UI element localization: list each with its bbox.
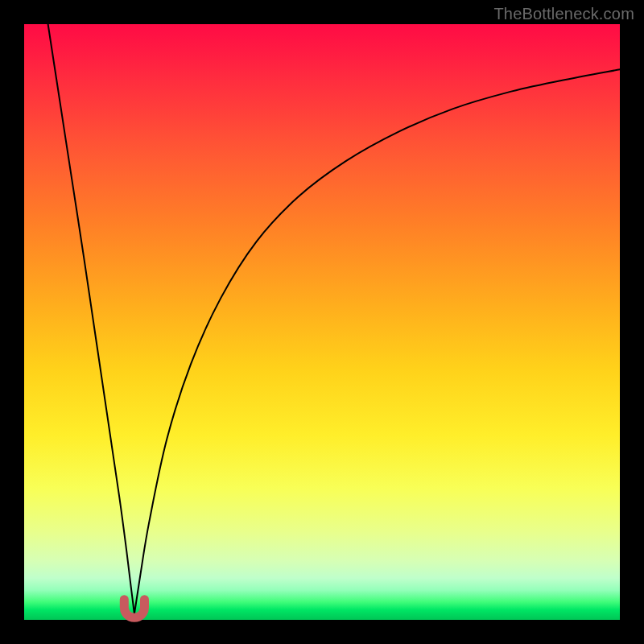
watermark-text: TheBottleneck.com	[493, 5, 634, 23]
curve-right-branch	[134, 69, 620, 613]
curve-left-branch	[48, 24, 134, 614]
chart-svg	[24, 24, 620, 620]
chart-frame: TheBottleneck.com	[0, 0, 644, 644]
curve-group	[48, 24, 620, 614]
plot-area	[24, 24, 620, 620]
